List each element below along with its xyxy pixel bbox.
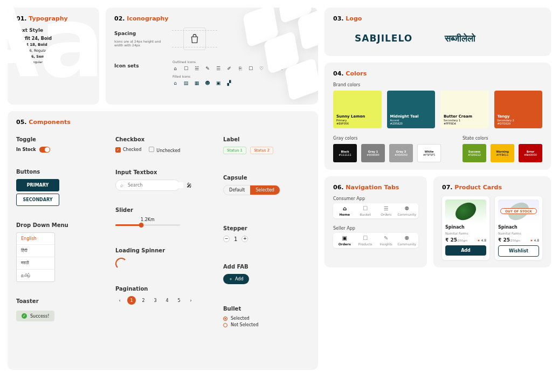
search-input-wrap[interactable]: ⌕ 🎤︎	[115, 180, 180, 191]
add-to-cart-button[interactable]: Add	[445, 245, 486, 256]
camera-icon: ☐	[248, 66, 253, 71]
toggle-title: Toggle	[16, 136, 102, 142]
color-swatch: TangySecondary 2#D7D329	[494, 91, 543, 128]
product-farm: Nainital Farms	[445, 231, 486, 235]
capsule-default[interactable]: Default	[224, 185, 250, 195]
nav-tab[interactable]: ☐Basket	[355, 205, 376, 216]
product-name: Spinach	[445, 225, 486, 230]
bag-filled-icon: ▣	[216, 80, 221, 86]
heart-icon: ♡	[259, 66, 264, 71]
outlined-label: Outlined Icons	[172, 60, 296, 64]
radio-unselected[interactable]: Not Selected	[223, 322, 309, 327]
product-card-available[interactable]: Spinach Nainital Farms ₹ 25/250gm ★ 4.8 …	[442, 196, 489, 260]
nav-tab[interactable]: ▣Orders	[334, 235, 355, 246]
checkbox-checked[interactable]: ✓Checked	[115, 147, 141, 153]
page-prev[interactable]: ‹	[115, 296, 124, 305]
product-cards-section: 07. Product Cards Spinach Nainital Farms…	[433, 176, 551, 267]
toaster-title: Toaster	[16, 298, 102, 304]
page-4[interactable]: 4	[163, 296, 171, 305]
dropdown-item[interactable]: मराठी	[17, 257, 54, 269]
home-icon: ⌂	[172, 66, 178, 71]
color-swatch: Black#111111	[333, 144, 357, 162]
stepper-plus[interactable]: +	[242, 236, 248, 242]
dropdown-item[interactable]: English	[17, 233, 54, 244]
type-scale-list: Outfit 24, Bold Outfit 18, Bold Outfit 1…	[16, 36, 91, 64]
secondary-button[interactable]: SECONDARY	[16, 194, 59, 206]
slider[interactable]	[115, 224, 180, 226]
toggle-switch[interactable]	[39, 147, 50, 153]
nav-tab[interactable]: ✎Insights	[376, 235, 397, 246]
logo-hindi: सब्जीलेलो	[445, 33, 475, 44]
icon-spacing-preview	[183, 27, 206, 50]
tab-icon: ⚉	[404, 235, 409, 241]
attach-icon: ⎘	[237, 66, 243, 71]
radio-selected[interactable]: Selected	[223, 316, 309, 321]
out-of-stock-badge: OUT OF STOCK	[500, 208, 537, 214]
pagination-title: Pagination	[115, 286, 210, 292]
dropdown-menu[interactable]: English हिंदी मराठी தமிழ்	[16, 232, 55, 282]
color-swatch: Butter CreamSecondary 1#FFF8D4	[440, 91, 489, 128]
page-next[interactable]: ›	[187, 296, 195, 305]
iconography-card: 02. Iconography Spacing Icons are at 24p…	[106, 8, 318, 105]
star-icon: ★	[530, 238, 533, 242]
page-1[interactable]: 1	[127, 296, 136, 305]
text-style-heading: Text Style	[16, 27, 91, 33]
share-icon: ↗	[280, 66, 286, 71]
bag-icon: ☐	[183, 66, 189, 71]
filled-icons-row: ⌂▤▦☻▣▞	[172, 80, 296, 86]
mic-icon[interactable]: 🎤︎	[187, 182, 192, 188]
stepper-minus[interactable]: −	[223, 236, 230, 242]
spacing-title: Spacing	[114, 31, 163, 36]
page-3[interactable]: 3	[151, 296, 160, 305]
dropdown-title: Drop Down Menu	[16, 222, 102, 228]
color-swatch: Gray 3#A0A0A0	[389, 144, 413, 162]
nav-tab[interactable]: ⚉Community	[397, 205, 418, 216]
color-swatch: Sunny LemonPrimary#E9F056	[333, 91, 382, 128]
checkbox-unchecked[interactable]: Unchecked	[149, 147, 180, 153]
search-input[interactable]	[127, 182, 183, 188]
color-swatch: Success#5D9212	[463, 144, 486, 162]
color-swatch: Error#BA0000	[519, 144, 542, 162]
navtabs-card: 06. Navigation Tabs Consumer App ⌂Home☐B…	[325, 176, 427, 267]
nav-tab[interactable]: ☰Orders	[376, 205, 397, 216]
toast-success: ✓ Success!	[16, 311, 54, 321]
seller-app-title: Seller App	[333, 226, 418, 231]
tab-icon: ✎	[384, 235, 388, 241]
nav-tab[interactable]: ☐Products	[355, 235, 376, 246]
state-colors-title: State colors	[463, 136, 542, 141]
bullet-title: Bullet	[223, 306, 309, 312]
status-chip-1: Status 1	[223, 147, 246, 154]
dropdown-item[interactable]: हिंदी	[17, 244, 54, 257]
dropdown-item[interactable]: தமிழ்	[17, 269, 54, 281]
color-swatch: Warning#FFB611	[491, 144, 514, 162]
nav-tab[interactable]: ⚉Community	[397, 235, 418, 246]
logo-english: SABJILELO	[355, 33, 412, 44]
tab-icon: ☐	[363, 235, 368, 241]
colors-card: 04. Colors Brand colors Sunny LemonPrima…	[325, 63, 551, 170]
capsule-selected[interactable]: Selected	[250, 185, 280, 195]
color-swatch: White#F5F5F5	[417, 144, 441, 162]
logo-card: 03. Logo SABJILELO सब्जीलेलो	[325, 8, 551, 56]
star-icon: ★	[477, 238, 480, 242]
filled-label: Filled Icons	[172, 74, 296, 78]
list-icon: ☰	[216, 66, 221, 71]
stepper-value: 1	[234, 236, 237, 242]
status-chip-2: Status 2	[250, 147, 273, 154]
slider-value: 1.2Km	[115, 217, 180, 222]
slider-title: Slider	[115, 207, 210, 213]
toggle-label: In Stock	[16, 147, 36, 152]
loading-spinner	[115, 258, 127, 270]
product-card-oos[interactable]: OUT OF STOCK Spinach Nainital Farms ₹ 25…	[495, 196, 542, 260]
spacing-note: Icons are at 24px height and width with …	[114, 39, 163, 47]
nav-tab[interactable]: ⌂Home	[334, 205, 355, 216]
primary-button[interactable]: PRIMARY	[16, 179, 59, 191]
page-2[interactable]: 2	[139, 296, 148, 305]
page-5[interactable]: 5	[175, 296, 183, 305]
wishlist-button[interactable]: Wishlist	[498, 245, 539, 257]
capsule-title: Capsule	[223, 175, 309, 181]
check-icon: ✓	[22, 313, 27, 319]
add-fab[interactable]: ＋ Add	[223, 274, 249, 284]
capsule-toggle[interactable]: Default Selected	[223, 185, 280, 195]
product-farm: Nainital Farms	[498, 231, 539, 235]
input-title: Input Textbox	[115, 169, 210, 175]
